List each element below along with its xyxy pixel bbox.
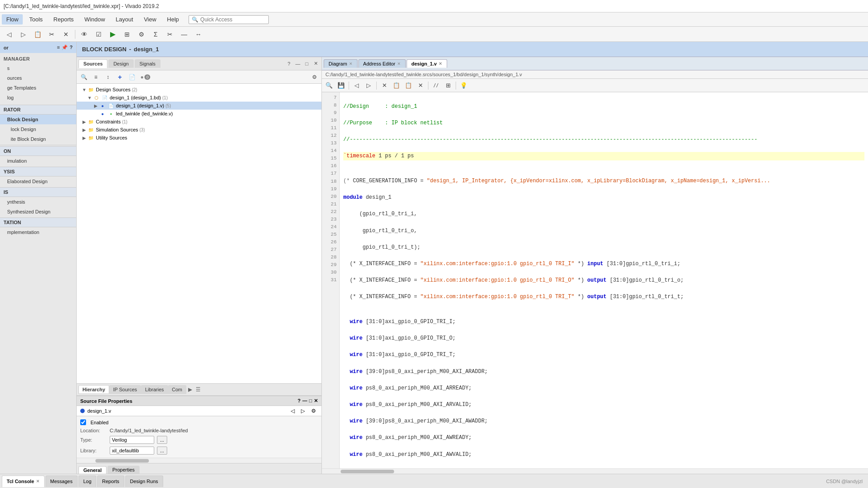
sidebar-item-s[interactable]: s [0,63,76,73]
sources-minimize-icon[interactable]: — [294,60,302,68]
sfp-library-input[interactable] [110,447,154,455]
sfp-arrow-fwd[interactable]: ▷ [299,408,307,414]
ed-format-btn[interactable]: ⊞ [443,81,453,90]
sfp-settings[interactable]: ⚙ [309,408,318,414]
sfp-minimize-icon[interactable]: — [302,398,307,404]
hier-tab-ip-sources[interactable]: IP Sources [109,385,141,394]
toolbar-arrows[interactable]: ↔ [192,29,205,40]
sidebar-item-imulation[interactable]: imulation [0,156,76,166]
bot-tab-log[interactable]: Log [78,476,96,487]
toolbar-scissors[interactable]: ✂ [164,29,176,40]
sfp-hscroll[interactable] [77,458,321,463]
sidebar-item-log[interactable]: log [0,93,76,103]
sidebar-item-ynthesis[interactable]: ynthesis [0,197,76,207]
menu-help[interactable]: Help [163,14,184,25]
sidebar-item-ite-block-design[interactable]: ite Block Design [0,134,76,144]
ed-close-btn[interactable]: ✕ [415,81,426,90]
sources-expand-btn[interactable]: ↕ [103,72,113,82]
hier-tab-more[interactable]: ▶ [186,385,194,394]
sidebar-item-lock-design[interactable]: lock Design [0,124,76,134]
toolbar-check[interactable]: ☑ [92,29,105,40]
menu-reports[interactable]: Reports [49,14,78,25]
sfp-enabled-checkbox[interactable] [80,419,86,425]
sidebar-item-elaborated-design[interactable]: Elaborated Design [0,176,76,186]
tab-sources[interactable]: Sources [78,59,107,68]
sfp-tab-properties[interactable]: Properties [107,466,140,474]
sfp-arrow-back[interactable]: ◁ [289,408,296,414]
sidebar-item-block-design[interactable]: Block Design [0,115,76,124]
ed-tab-design1v[interactable]: design_1.v ✕ [407,59,447,68]
ed-cut-btn[interactable]: ✕ [379,81,390,90]
sfp-library-btn[interactable]: ... [157,447,167,455]
sidebar-item-ge-templates[interactable]: ge Templates [0,83,76,93]
sources-close-icon[interactable]: ✕ [312,60,320,68]
tree-design1-v[interactable]: ▶ ● 📄 design_1 (design_1.v) (5) [77,102,321,110]
sidebar-collapse-icon[interactable]: ≡ [57,45,60,50]
tree-led-twinkle[interactable]: ● ▪ led_twinkle (led_twinkle.v) [77,110,321,118]
hier-tab-libraries[interactable]: Libraries [141,385,168,394]
bot-tab-messages[interactable]: Messages [45,476,78,487]
sources-help-icon[interactable]: ? [285,60,293,68]
toolbar-grid[interactable]: ⊞ [121,29,133,40]
ed-copy-btn[interactable]: 📋 [391,81,402,90]
toolbar-back[interactable]: ◁ [3,29,15,40]
menu-flow[interactable]: Flow [2,14,23,25]
bot-tab-tcl-console[interactable]: Tcl Console ✕ [2,476,45,487]
sfp-close-icon[interactable]: ✕ [314,398,318,404]
bot-tab-design-runs[interactable]: Design Runs [125,476,163,487]
ed-paste-btn[interactable]: 📋 [403,81,414,90]
toolbar-dash[interactable]: — [178,29,190,40]
ed-tab-address-close[interactable]: ✕ [397,62,401,66]
sfp-type-input[interactable] [110,436,154,444]
bot-tab-tcl-close[interactable]: ✕ [36,479,40,484]
hier-tab-menu[interactable]: ☰ [194,385,202,394]
ed-back-btn[interactable]: ◁ [351,81,362,90]
menu-view[interactable]: View [140,14,161,25]
ed-tab-diagram-close[interactable]: ✕ [349,62,353,66]
code-hscroll[interactable] [322,468,868,474]
sfp-hscroll-thumb[interactable] [95,459,149,463]
quick-access-bar[interactable]: 🔍 [189,15,269,24]
sources-search-btn[interactable]: 🔍 [78,72,89,82]
menu-tools[interactable]: Tools [25,14,47,25]
sidebar-pin-icon[interactable]: 📌 [62,45,68,50]
quick-access-input[interactable] [200,16,263,23]
ed-save-btn[interactable]: 💾 [336,81,346,90]
sidebar-item-mplementation[interactable]: mplementation [0,227,76,237]
tree-sim-sources[interactable]: ▶ 📁 Simulation Sources (3) [77,126,321,134]
ed-tab-address-editor[interactable]: Address Editor ✕ [358,59,406,68]
ed-tab-diagram[interactable]: Diagram ✕ [324,59,358,68]
toolbar-cut[interactable]: ✂ [45,29,58,40]
code-content[interactable]: //Design : design_1 //Purpose : IP block… [340,92,868,468]
ed-comment-btn[interactable]: // [431,81,441,90]
ed-search-btn[interactable]: 🔍 [324,81,334,90]
sfp-maximize-icon[interactable]: □ [309,398,312,404]
toolbar-checkpoint[interactable]: 👁 [78,29,91,40]
tree-design1-bd[interactable]: ▼ ⬡ 📄 design_1 (design_1.bd) (1) [77,94,321,102]
hier-tab-com[interactable]: Com [168,385,186,394]
sources-collapse-btn[interactable]: ≡ [91,72,101,82]
sidebar-question-icon[interactable]: ? [70,45,73,50]
toolbar-close[interactable]: ✕ [60,29,72,40]
hier-tab-hierarchy[interactable]: Hierarchy [78,385,109,394]
menu-layout[interactable]: Layout [111,14,138,25]
toolbar-sigma[interactable]: Σ [149,29,162,40]
tree-design-sources[interactable]: ▼ 📁 Design Sources (2) [77,86,321,94]
menu-window[interactable]: Window [80,14,109,25]
toolbar-copy[interactable]: 📋 [31,29,44,40]
toolbar-run[interactable]: ▶ [107,29,119,40]
sidebar-item-synthesized-design[interactable]: Synthesized Design [0,207,76,217]
sources-maximize-icon[interactable]: □ [303,60,311,68]
toolbar-forward[interactable]: ▷ [17,29,29,40]
sources-settings-btn[interactable]: ⚙ [309,72,320,82]
sources-add-btn[interactable]: + [115,72,125,82]
sfp-tab-general[interactable]: General [78,466,107,474]
bot-tab-reports[interactable]: Reports [97,476,124,487]
code-hscroll-thumb[interactable] [341,470,394,473]
sfp-help-icon[interactable]: ? [298,398,301,404]
ed-light-btn[interactable]: 💡 [458,81,469,90]
ed-fwd-btn[interactable]: ▷ [363,81,374,90]
toolbar-settings[interactable]: ⚙ [135,29,148,40]
tab-signals[interactable]: Signals [135,59,160,68]
sfp-type-btn[interactable]: ... [157,436,167,444]
